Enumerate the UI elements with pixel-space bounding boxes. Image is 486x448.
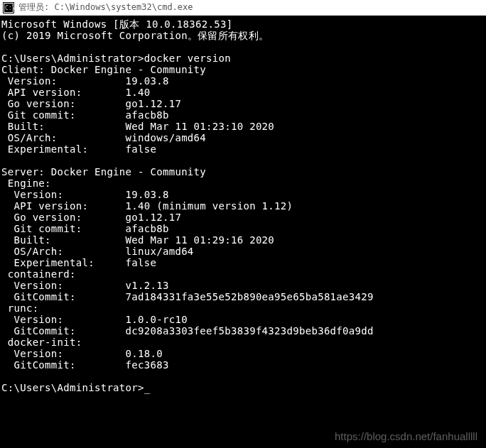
terminal-line: Built: Wed Mar 11 01:23:10 2020 [1,121,485,132]
terminal-line: Go version: go1.12.17 [1,212,485,223]
terminal-line: containerd: [1,268,485,280]
terminal-line: C:\Users\Administrator>docker version [1,53,485,64]
terminal-line: Built: Wed Mar 11 01:29:16 2020 [1,234,485,246]
terminal-line: Experimental: false [1,143,485,155]
terminal-line [1,371,485,382]
terminal-line: Version: 19.03.8 [1,189,485,200]
terminal-line: GitCommit: dc9208a3303feef5b3839f4323d9b… [1,325,485,337]
terminal-line: API version: 1.40 (minimum version 1.12) [1,200,485,212]
terminal-line: OS/Arch: windows/amd64 [1,132,485,143]
terminal-line: docker-init: [1,337,485,348]
terminal-line: Engine: [1,177,485,189]
terminal-line: Version: v1.2.13 [1,280,485,291]
titlebar-text: 管理员: C:\Windows\system32\cmd.exe [18,1,193,13]
cmd-window: C:\ 管理员: C:\Windows\system32\cmd.exe Mic… [0,0,486,448]
terminal-line: GitCommit: 7ad184331fa3e55e52b890ea95e65… [1,291,485,302]
terminal-line: Server: Docker Engine - Community [1,166,485,177]
titlebar[interactable]: C:\ 管理员: C:\Windows\system32\cmd.exe [0,0,486,16]
terminal-line: Git commit: afacb8b [1,223,485,234]
terminal-line: Version: 0.18.0 [1,348,485,359]
svg-text:C:\: C:\ [5,5,14,11]
terminal-line: Microsoft Windows [版本 10.0.18362.53] [1,18,485,30]
terminal-line: Version: 1.0.0-rc10 [1,314,485,325]
terminal-line [1,155,485,166]
terminal-line: Client: Docker Engine - Community [1,64,485,75]
terminal-output[interactable]: Microsoft Windows [版本 10.0.18362.53](c) … [0,16,486,448]
terminal-line: API version: 1.40 [1,87,485,98]
terminal-line: Version: 19.03.8 [1,75,485,87]
terminal-line: Git commit: afacb8b [1,109,485,121]
terminal-line: (c) 2019 Microsoft Corporation。保留所有权利。 [1,30,485,41]
terminal-cursor: _ [144,382,151,393]
terminal-line: Experimental: false [1,257,485,268]
cmd-icon: C:\ [3,2,14,13]
terminal-line: GitCommit: fec3683 [1,359,485,371]
terminal-line [1,41,485,53]
terminal-line: C:\Users\Administrator>_ [1,382,485,393]
terminal-line: runc: [1,302,485,314]
terminal-line: Go version: go1.12.17 [1,98,485,109]
terminal-line: OS/Arch: linux/amd64 [1,246,485,257]
